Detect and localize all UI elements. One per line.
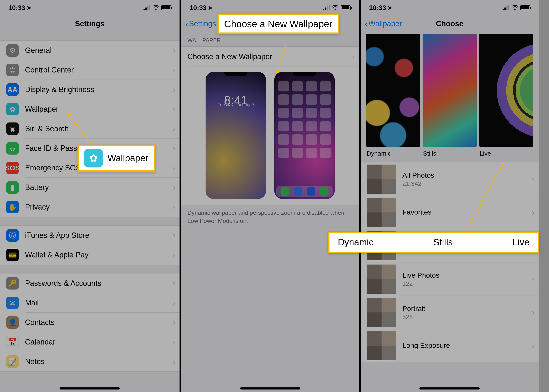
row-label: Control Center xyxy=(25,66,173,74)
callout-label: Stills xyxy=(433,237,453,247)
callout-anchor-dot xyxy=(276,70,279,73)
chevron-right-icon: › xyxy=(532,308,535,317)
row-label: Wallet & Apple Pay xyxy=(25,251,173,259)
chevron-right-icon: › xyxy=(173,144,175,153)
album-thumb xyxy=(367,331,396,360)
lock-date: Tuesday, January 9 xyxy=(218,102,254,107)
album-thumb xyxy=(367,265,396,294)
chevron-right-icon: › xyxy=(532,175,535,184)
album-title: Live Photos xyxy=(402,271,439,279)
chevron-right-icon: › xyxy=(173,299,175,308)
row-control-center[interactable]: ⏣Control Center› xyxy=(0,60,180,80)
type-label: Stills xyxy=(423,147,477,160)
album-thumb xyxy=(367,165,396,194)
text-size-icon: AA xyxy=(6,83,19,96)
nav-bar: Settings xyxy=(0,13,180,34)
wallpaper-icon: ✿ xyxy=(6,103,19,115)
type-dynamic[interactable]: Dynamic xyxy=(366,34,420,160)
wifi-icon xyxy=(332,4,339,11)
album-thumb xyxy=(367,198,396,227)
back-button[interactable]: ‹Wallpaper xyxy=(365,13,402,34)
section-header: WALLPAPER xyxy=(181,34,359,47)
footer-note: Dynamic wallpaper and perspective zoom a… xyxy=(181,205,359,228)
chevron-right-icon: › xyxy=(173,251,175,259)
album-favorites[interactable]: Favorites› xyxy=(361,196,539,229)
row-passwords[interactable]: 🔑Passwords & Accounts› xyxy=(0,273,180,293)
home-indicator[interactable] xyxy=(419,387,480,390)
type-label: Live xyxy=(479,147,533,160)
chevron-right-icon: › xyxy=(532,341,535,350)
status-bar: 10:33➤ xyxy=(361,0,539,13)
album-portrait[interactable]: Portrait528› xyxy=(361,296,539,329)
chevron-right-icon: › xyxy=(173,105,175,114)
album-count: 21,342 xyxy=(402,180,434,187)
hand-icon: ✋ xyxy=(6,201,19,213)
row-wallpaper[interactable]: ✿Wallpaper› xyxy=(0,99,180,119)
row-display[interactable]: AADisplay & Brightness› xyxy=(0,80,180,99)
home-indicator[interactable] xyxy=(240,387,300,390)
row-choose-wallpaper[interactable]: Choose a New Wallpaper › xyxy=(181,47,359,66)
chevron-left-icon: ‹ xyxy=(365,19,368,28)
album-thumb xyxy=(367,298,396,327)
nav-title: Settings xyxy=(75,19,104,28)
home-screen-preview[interactable] xyxy=(274,72,335,199)
settings-list: ⚙︎General› ⏣Control Center› AADisplay & … xyxy=(0,40,180,371)
battery-icon xyxy=(341,5,351,10)
row-label: Privacy xyxy=(25,203,173,211)
callout-wallpaper: ✿ Wallpaper xyxy=(77,145,155,172)
home-indicator[interactable] xyxy=(60,387,120,390)
back-label: Wallpaper xyxy=(368,19,402,28)
row-label: Contacts xyxy=(25,318,173,327)
row-wallet[interactable]: 💳Wallet & Apple Pay› xyxy=(0,245,180,265)
status-bar: 10:33 ➤ xyxy=(0,0,180,13)
chevron-right-icon: › xyxy=(173,46,175,55)
album-count: 122 xyxy=(402,280,439,287)
row-itunes[interactable]: ⒶiTunes & App Store› xyxy=(0,226,180,245)
status-time: 10:33 xyxy=(189,4,207,12)
mail-icon: ✉︎ xyxy=(6,297,19,309)
chevron-right-icon: › xyxy=(173,66,175,75)
album-long-exposure[interactable]: Long Exposure› xyxy=(361,329,539,362)
wifi-icon xyxy=(153,4,159,11)
signal-icon xyxy=(144,5,150,10)
row-general[interactable]: ⚙︎General› xyxy=(0,41,180,60)
row-label: Battery xyxy=(25,183,173,192)
row-label: Choose a New Wallpaper xyxy=(188,52,352,61)
chevron-right-icon: › xyxy=(173,357,175,366)
chevron-right-icon: › xyxy=(173,85,175,94)
stills-thumb xyxy=(423,34,477,147)
nav-title: Choose xyxy=(436,19,463,28)
album-count: 528 xyxy=(402,314,425,321)
row-mail[interactable]: ✉︎Mail› xyxy=(0,293,180,313)
album-all-photos[interactable]: All Photos21,342› xyxy=(361,162,539,196)
row-label: Display & Brightness xyxy=(25,85,173,94)
panel-settings: 10:33 ➤ Settings ⚙︎General› ⏣Control Cen… xyxy=(0,0,180,392)
panel-choose: 10:33➤ ‹Wallpaper Choose Dynamic Stills … xyxy=(359,0,539,392)
row-calendar[interactable]: 📅Calendar› xyxy=(0,332,180,352)
album-title: Portrait xyxy=(402,305,425,313)
row-siri[interactable]: ◉Siri & Search› xyxy=(0,119,180,139)
row-battery[interactable]: ▮Battery› xyxy=(0,178,180,197)
lock-screen-preview[interactable]: 8:41 Tuesday, January 9 xyxy=(206,72,266,199)
row-privacy[interactable]: ✋Privacy› xyxy=(0,197,180,217)
photo-albums-list: All Photos21,342› Favorites› Selfies826›… xyxy=(361,162,539,362)
appstore-icon: Ⓐ xyxy=(6,229,19,242)
contacts-icon: 👤 xyxy=(6,316,19,329)
type-stills[interactable]: Stills xyxy=(423,34,477,160)
row-label: Calendar xyxy=(25,338,173,346)
status-time: 10:33 xyxy=(369,4,386,12)
chevron-left-icon: ‹ xyxy=(185,19,188,28)
back-button[interactable]: ‹Settings xyxy=(185,13,216,34)
row-label: Mail xyxy=(25,299,173,307)
chevron-right-icon: › xyxy=(173,338,175,347)
album-live-photos[interactable]: Live Photos122› xyxy=(361,262,539,296)
row-label: Notes xyxy=(25,357,173,366)
back-label: Settings xyxy=(189,19,216,28)
row-contacts[interactable]: 👤Contacts› xyxy=(0,313,180,332)
status-bar: 10:33➤ xyxy=(181,0,359,13)
chevron-right-icon: › xyxy=(532,275,535,284)
row-notes[interactable]: 📝Notes› xyxy=(0,352,180,371)
sos-icon: SOS xyxy=(6,162,19,174)
type-live[interactable]: Live xyxy=(479,34,533,160)
location-icon: ➤ xyxy=(387,4,392,11)
